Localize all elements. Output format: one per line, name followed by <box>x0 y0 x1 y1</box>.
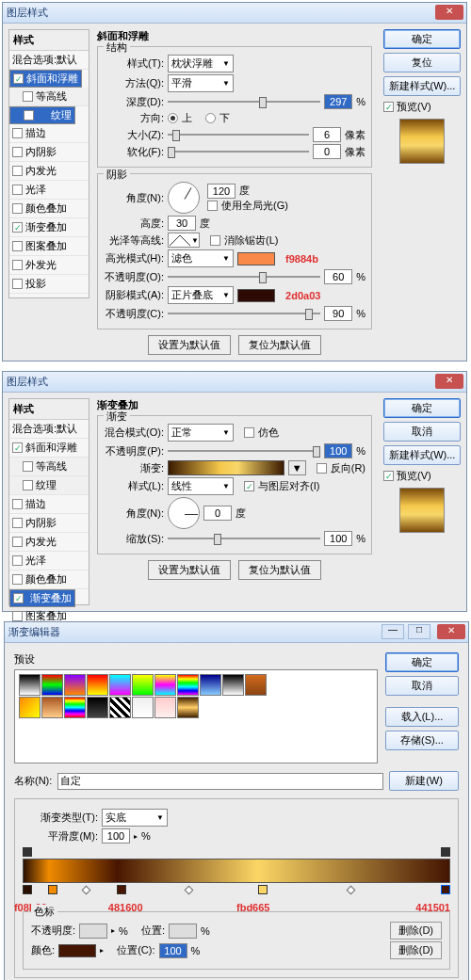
new-style-button[interactable]: 新建样式(W)... <box>383 445 461 465</box>
checkbox-icon[interactable] <box>12 241 23 251</box>
midpoint-diamond[interactable] <box>347 886 356 895</box>
antialias-checkbox[interactable] <box>210 235 220 246</box>
angle-wheel[interactable] <box>168 182 200 214</box>
shadow-mode-select[interactable]: 正片叠底▼ <box>168 286 234 304</box>
checkbox-icon[interactable]: ✓ <box>12 222 23 233</box>
style-stroke[interactable]: 描边 <box>9 495 89 514</box>
style-stroke[interactable]: 描边 <box>9 124 89 143</box>
reset-default-button[interactable]: 复位为默认值 <box>238 560 321 580</box>
new-style-button[interactable]: 新建样式(W)... <box>383 76 461 96</box>
new-button[interactable]: 新建(W) <box>389 771 459 791</box>
grad-style-select[interactable]: 线性▼ <box>168 477 234 495</box>
blend-mode-select[interactable]: 正常▼ <box>168 424 234 442</box>
checkbox-icon[interactable]: ✓ <box>13 593 24 603</box>
midpoint-diamond[interactable] <box>184 886 193 895</box>
checkbox-icon[interactable] <box>23 91 33 102</box>
checkbox-icon[interactable] <box>12 499 23 509</box>
blend-options[interactable]: 混合选项:默认 <box>9 420 89 439</box>
checkbox-icon[interactable] <box>12 147 23 157</box>
style-outerglow[interactable]: 外发光 <box>9 256 89 275</box>
minimize-icon[interactable]: — <box>382 624 404 639</box>
angle-value[interactable]: 120 <box>207 184 236 199</box>
checkbox-icon[interactable] <box>12 611 23 621</box>
color-stop[interactable] <box>48 885 57 894</box>
smooth-value[interactable]: 100 <box>102 828 130 843</box>
gradient-strip[interactable] <box>168 460 284 475</box>
global-light-checkbox[interactable] <box>207 201 218 211</box>
soft-slider[interactable] <box>168 145 309 158</box>
gloss-contour[interactable]: ▼ <box>168 233 200 248</box>
style-innerglow[interactable]: 内发光 <box>9 162 89 181</box>
style-bevel[interactable]: ✓斜面和浮雕 <box>9 439 89 458</box>
depth-value[interactable]: 297 <box>324 94 352 109</box>
name-input[interactable] <box>57 773 383 790</box>
stop-color-swatch[interactable] <box>58 944 96 957</box>
opacity-stop[interactable] <box>441 847 450 857</box>
checkbox-icon[interactable] <box>12 260 23 270</box>
reset-button[interactable]: 复位 <box>383 53 461 72</box>
cancel-button[interactable]: 取消 <box>385 676 459 696</box>
style-innerglow[interactable]: 内发光 <box>9 533 89 552</box>
ok-button[interactable]: 确定 <box>385 652 459 672</box>
reset-default-button[interactable]: 复位为默认值 <box>238 335 321 355</box>
dir-down-radio[interactable] <box>205 113 216 123</box>
opacity-slider[interactable] <box>168 444 320 458</box>
reverse-checkbox[interactable] <box>317 463 327 474</box>
checkbox-icon[interactable] <box>12 574 23 585</box>
opacity-stop[interactable] <box>23 847 32 857</box>
preview-checkbox[interactable]: ✓ <box>383 471 394 481</box>
chevron-right-icon[interactable]: ▸ <box>100 946 104 955</box>
highlight-mode-select[interactable]: 滤色▼ <box>168 249 234 267</box>
style-innershadow[interactable]: 内阴影 <box>9 143 89 162</box>
delete-color-stop-button[interactable]: 删除(D) <box>390 941 442 959</box>
style-select[interactable]: 枕状浮雕▼ <box>168 55 234 72</box>
color-stop[interactable] <box>258 885 268 894</box>
load-button[interactable]: 载入(L)... <box>385 707 459 727</box>
checkbox-icon[interactable] <box>12 537 23 547</box>
checkbox-icon[interactable] <box>24 110 34 120</box>
style-contour[interactable]: 等高线 <box>9 458 89 476</box>
checkbox-icon[interactable] <box>12 518 23 528</box>
align-checkbox[interactable]: ✓ <box>244 481 254 491</box>
chevron-right-icon[interactable]: ▸ <box>134 832 138 841</box>
style-dropshadow[interactable]: 投影 <box>9 275 89 294</box>
style-gradoverlay[interactable]: ✓渐变叠加 <box>9 218 89 237</box>
set-default-button[interactable]: 设置为默认值 <box>148 560 231 580</box>
checkbox-icon[interactable] <box>12 128 23 138</box>
style-satin[interactable]: 光泽 <box>9 181 89 200</box>
checkbox-icon[interactable]: ✓ <box>13 73 24 84</box>
midpoint-diamond[interactable] <box>81 886 90 895</box>
stop-pos2-value[interactable]: 100 <box>159 943 187 958</box>
titlebar[interactable]: 图层样式 ✕ <box>3 3 466 24</box>
style-texture[interactable]: 纹理 <box>9 106 75 124</box>
depth-slider[interactable] <box>168 95 320 108</box>
checkbox-icon[interactable] <box>12 555 23 566</box>
save-button[interactable]: 存储(S)... <box>385 731 459 750</box>
color-stop[interactable] <box>117 885 126 894</box>
style-innershadow[interactable]: 内阴影 <box>9 514 89 533</box>
shadow-color-swatch[interactable] <box>237 289 275 302</box>
angle-value[interactable]: 0 <box>203 506 232 521</box>
style-contour[interactable]: 等高线 <box>9 88 89 106</box>
dir-up-radio[interactable] <box>168 113 178 123</box>
style-bevel[interactable]: ✓斜面和浮雕 <box>9 70 82 88</box>
checkbox-icon[interactable] <box>12 185 23 195</box>
method-select[interactable]: 平滑▼ <box>168 74 234 92</box>
checkbox-icon[interactable]: ✓ <box>12 442 23 453</box>
style-coloroverlay[interactable]: 颜色叠加 <box>9 200 89 218</box>
grad-type-select[interactable]: 实底▼ <box>102 809 168 827</box>
style-coloroverlay[interactable]: 颜色叠加 <box>9 570 89 589</box>
checkbox-icon[interactable] <box>12 166 23 176</box>
close-icon[interactable]: ✕ <box>437 624 465 639</box>
color-stop[interactable] <box>23 885 32 894</box>
dither-checkbox[interactable] <box>244 427 254 438</box>
cancel-button[interactable]: 取消 <box>383 422 461 442</box>
titlebar[interactable]: 渐变编辑器 — □ ✕ <box>5 622 468 643</box>
style-patoverlay[interactable]: 图案叠加 <box>9 237 89 256</box>
close-icon[interactable]: ✕ <box>435 5 463 20</box>
size-slider[interactable] <box>168 128 309 141</box>
checkbox-icon[interactable] <box>23 480 33 490</box>
color-stop-selected[interactable] <box>441 885 450 894</box>
delete-op-stop-button[interactable]: 删除(D) <box>390 922 442 940</box>
checkbox-icon[interactable] <box>12 279 23 289</box>
